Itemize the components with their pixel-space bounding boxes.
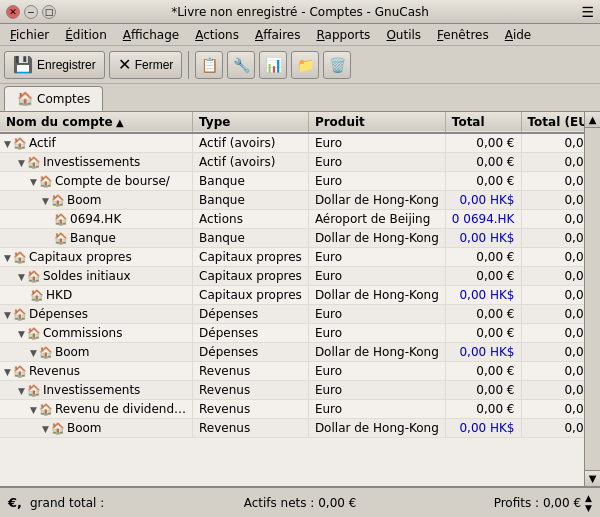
account-name: Revenu de dividend…: [55, 402, 186, 416]
account-name-cell: ▼🏠Revenus: [0, 362, 193, 381]
table-row[interactable]: ▼🏠BoomBanqueDollar de Hong-Kong0,00 HK$0…: [0, 191, 584, 210]
menu-edition[interactable]: Édition: [57, 26, 115, 44]
menu-affaires[interactable]: Affaires: [247, 26, 308, 44]
table-row[interactable]: 🏠HKDCapitaux propresDollar de Hong-Kong0…: [0, 286, 584, 305]
toolbar-icon-2[interactable]: 🔧: [227, 51, 255, 79]
menu-icon[interactable]: ☰: [581, 4, 594, 20]
table-row[interactable]: ▼🏠Soldes initiauxCapitaux propresEuro0,0…: [0, 267, 584, 286]
account-total-eur-cell: 0,00 €: [521, 267, 584, 286]
collapse-icon[interactable]: ▼: [42, 424, 49, 434]
account-type-cell: Banque: [193, 191, 309, 210]
collapse-icon[interactable]: ▼: [18, 329, 25, 339]
toolbar-icon-3[interactable]: 📊: [259, 51, 287, 79]
window-controls: ✕ − □: [6, 5, 56, 19]
account-icon: 🏠: [13, 137, 27, 150]
spinner-down[interactable]: ▼: [585, 503, 592, 513]
tab-comptes[interactable]: 🏠 Comptes: [4, 86, 103, 111]
save-button[interactable]: 💾 Enregistrer: [4, 51, 105, 79]
maximize-button[interactable]: □: [42, 5, 56, 19]
table-outer: Nom du compte Type Produit Total Total (…: [0, 112, 600, 487]
account-icon: 🏠: [27, 384, 41, 397]
col-total-eur[interactable]: Total (EUR): [521, 112, 584, 133]
table-row[interactable]: ▼🏠Capitaux propresCapitaux propresEuro0,…: [0, 248, 584, 267]
collapse-icon[interactable]: ▼: [4, 367, 11, 377]
account-name: Commissions: [43, 326, 122, 340]
account-icon: 🏠: [13, 308, 27, 321]
account-name-cell: ▼🏠Dépenses: [0, 305, 193, 324]
menu-rapports[interactable]: Rapports: [308, 26, 378, 44]
collapse-icon[interactable]: ▼: [30, 348, 37, 358]
minimize-button[interactable]: −: [24, 5, 38, 19]
table-row[interactable]: 🏠BanqueBanqueDollar de Hong-Kong0,00 HK$…: [0, 229, 584, 248]
menu-aide[interactable]: Aide: [497, 26, 540, 44]
account-total-cell: 0,00 €: [445, 133, 521, 153]
menu-fichier[interactable]: Fichier: [2, 26, 57, 44]
account-total-eur-cell: 0,00 €: [521, 343, 584, 362]
close-button[interactable]: ✕: [6, 5, 20, 19]
account-name-cell: ▼🏠Boom: [0, 191, 193, 210]
account-type-cell: Actions: [193, 210, 309, 229]
account-name-cell: ▼🏠Compte de bourse/: [0, 172, 193, 191]
col-total[interactable]: Total: [445, 112, 521, 133]
table-row[interactable]: ▼🏠InvestissementsActif (avoirs)Euro0,00 …: [0, 153, 584, 172]
col-type[interactable]: Type: [193, 112, 309, 133]
account-produit-cell: Dollar de Hong-Kong: [308, 229, 445, 248]
account-name: 0694.HK: [70, 212, 121, 226]
collapse-icon[interactable]: ▼: [42, 196, 49, 206]
menu-outils[interactable]: Outils: [378, 26, 429, 44]
close-icon: ✕: [118, 55, 131, 74]
account-type-cell: Revenus: [193, 362, 309, 381]
collapse-icon[interactable]: ▼: [4, 310, 11, 320]
collapse-icon[interactable]: ▼: [4, 253, 11, 263]
collapse-icon[interactable]: ▼: [18, 386, 25, 396]
table-row[interactable]: ▼🏠CommissionsDépensesEuro0,00 €0,00 €: [0, 324, 584, 343]
table-row[interactable]: ▼🏠BoomDépensesDollar de Hong-Kong0,00 HK…: [0, 343, 584, 362]
toolbar-icon-1[interactable]: 📋: [195, 51, 223, 79]
account-name: Capitaux propres: [29, 250, 132, 264]
account-name: Banque: [70, 231, 116, 245]
collapse-icon[interactable]: ▼: [30, 177, 37, 187]
account-type-cell: Capitaux propres: [193, 267, 309, 286]
menu-affichage[interactable]: Affichage: [115, 26, 187, 44]
table-row[interactable]: ▼🏠Revenu de dividend…RevenusEuro0,00 €0,…: [0, 400, 584, 419]
scroll-up-button[interactable]: ▲: [585, 112, 600, 128]
table-row[interactable]: ▼🏠BoomRevenusDollar de Hong-Kong0,00 HK$…: [0, 419, 584, 438]
table-row[interactable]: ▼🏠DépensesDépensesEuro0,00 €0,00 €: [0, 305, 584, 324]
account-total-cell: 0,00 €: [445, 305, 521, 324]
close-button[interactable]: ✕ Fermer: [109, 51, 183, 79]
statusbar-spinner[interactable]: ▲ ▼: [585, 493, 592, 513]
account-total-cell: 0,00 HK$: [445, 343, 521, 362]
collapse-icon[interactable]: ▼: [18, 158, 25, 168]
account-total-eur-cell: 0,00 €: [521, 305, 584, 324]
table-row[interactable]: ▼🏠ActifActif (avoirs)Euro0,00 €0,00 €: [0, 133, 584, 153]
account-produit-cell: Dollar de Hong-Kong: [308, 343, 445, 362]
spinner-up[interactable]: ▲: [585, 493, 592, 503]
table-row[interactable]: ▼🏠InvestissementsRevenusEuro0,00 €0,00 €: [0, 381, 584, 400]
collapse-icon[interactable]: ▼: [30, 405, 37, 415]
col-nom[interactable]: Nom du compte: [0, 112, 193, 133]
account-type-cell: Dépenses: [193, 305, 309, 324]
toolbar-icon-4[interactable]: 📁: [291, 51, 319, 79]
toolbar-icon-5[interactable]: 🗑️: [323, 51, 351, 79]
table-row[interactable]: ▼🏠Compte de bourse/BanqueEuro0,00 €0,00 …: [0, 172, 584, 191]
account-produit-cell: Euro: [308, 305, 445, 324]
collapse-icon[interactable]: ▼: [4, 139, 11, 149]
menu-actions[interactable]: Actions: [187, 26, 247, 44]
table-row[interactable]: ▼🏠RevenusRevenusEuro0,00 €0,00 €: [0, 362, 584, 381]
grand-total-label: grand total :: [30, 496, 104, 510]
account-name: Soldes initiaux: [43, 269, 131, 283]
account-total-eur-cell: 0,00 €: [521, 381, 584, 400]
table-scroll[interactable]: Nom du compte Type Produit Total Total (…: [0, 112, 584, 486]
account-icon: 🏠: [13, 251, 27, 264]
col-produit[interactable]: Produit: [308, 112, 445, 133]
account-name: Compte de bourse/: [55, 174, 170, 188]
vertical-scrollbar[interactable]: ▲ ▼: [584, 112, 600, 486]
account-produit-cell: Euro: [308, 153, 445, 172]
account-name-cell: 🏠0694.HK: [0, 210, 193, 229]
status-left: €, grand total :: [8, 495, 154, 510]
account-produit-cell: Aéroport de Beijing: [308, 210, 445, 229]
table-row[interactable]: 🏠0694.HKActionsAéroport de Beijing0 0694…: [0, 210, 584, 229]
menu-fenetres[interactable]: Fenêtres: [429, 26, 497, 44]
scroll-down-button[interactable]: ▼: [585, 470, 600, 486]
collapse-icon[interactable]: ▼: [18, 272, 25, 282]
